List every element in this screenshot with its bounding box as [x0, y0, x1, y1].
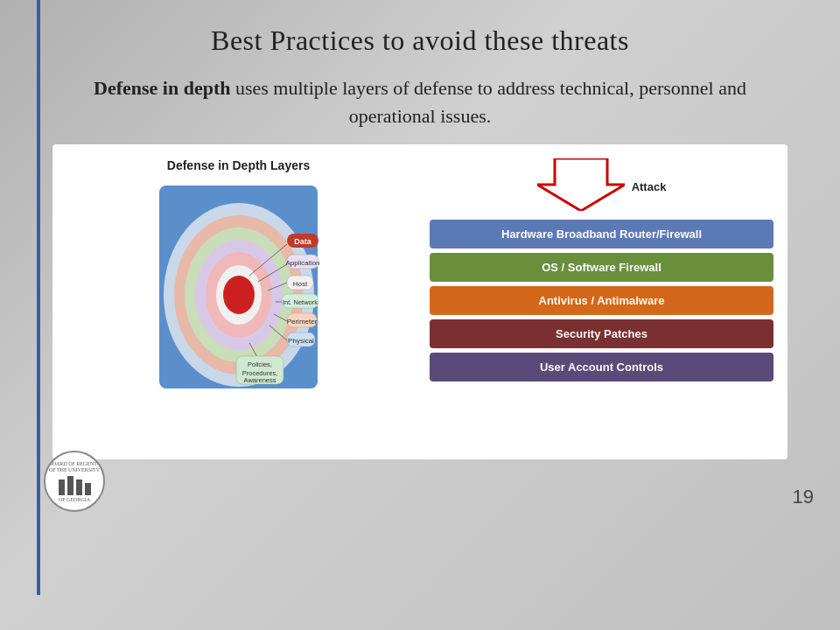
logo-col-2 — [67, 476, 74, 495]
svg-text:Host: Host — [293, 280, 308, 288]
subtitle-rest: uses multiple layers of defense to addre… — [230, 77, 746, 127]
defense-item-useraccount: User Account Controls — [430, 353, 774, 382]
university-logo: BOARD OF REGENTSOF THE UNIVERSITY OF GEO… — [44, 451, 105, 512]
svg-text:Data: Data — [294, 237, 312, 246]
slide-title: Best Practices to avoid these threats — [0, 24, 840, 57]
slide: Best Practices to avoid these threats De… — [0, 0, 840, 630]
defense-item-antivirus: Antivirus / Antimalware — [430, 286, 774, 315]
subtitle-block: Defense in depth uses multiple layers of… — [52, 74, 788, 130]
logo-top-text: BOARD OF REGENTSOF THE UNIVERSITY — [49, 461, 101, 472]
defense-layers: Hardware Broadband Router/Firewall OS / … — [430, 220, 774, 382]
diagram-title: Defense in Depth Layers — [167, 158, 310, 172]
defense-item-os: OS / Software Firewall — [430, 253, 774, 282]
logo-columns — [59, 476, 91, 495]
svg-marker-31 — [537, 158, 625, 211]
logo-col-4 — [85, 483, 91, 495]
defense-item-patches: Security Patches — [430, 319, 774, 348]
svg-text:Perimeter: Perimeter — [287, 318, 318, 326]
logo-col-3 — [76, 480, 82, 495]
svg-text:Application: Application — [285, 259, 319, 267]
right-panel: Attack Hardware Broadband Router/Firewal… — [421, 144, 788, 459]
attack-label: Attack — [632, 180, 667, 193]
subtitle-bold: Defense in depth — [94, 77, 230, 99]
svg-text:Awareness: Awareness — [244, 376, 276, 384]
defense-item-hardware: Hardware Broadband Router/Firewall — [430, 220, 774, 248]
svg-text:Policies,: Policies, — [248, 360, 272, 368]
attack-arrow — [537, 158, 625, 211]
content-area: Defense in Depth Layers — [52, 144, 788, 459]
blue-accent-bar — [37, 0, 40, 595]
diagram-container: Data Application Host Int. Network Perim… — [66, 181, 410, 391]
svg-text:Physical: Physical — [288, 337, 314, 345]
logo-col-1 — [59, 480, 65, 495]
page-number: 19 — [793, 486, 814, 508]
concentric-circles-diagram: Data Application Host Int. Network Perim… — [158, 181, 319, 391]
svg-text:Int. Network: Int. Network — [283, 298, 318, 306]
logo-bottom-text: OF GEORGIA — [59, 497, 90, 502]
left-panel: Defense in Depth Layers — [52, 144, 421, 459]
footer: BOARD OF REGENTSOF THE UNIVERSITY OF GEO… — [0, 459, 840, 521]
svg-point-7 — [223, 276, 255, 314]
attack-arrow-area: Attack — [537, 158, 667, 211]
